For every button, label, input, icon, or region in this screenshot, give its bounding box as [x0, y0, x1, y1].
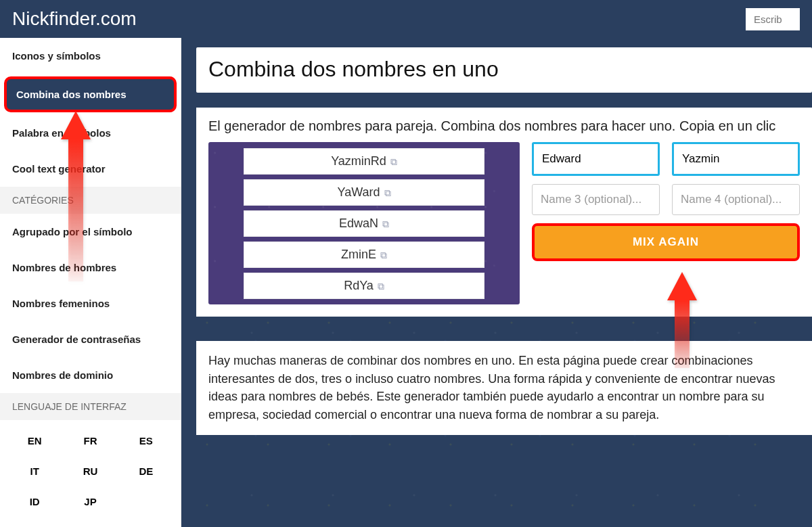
- result-row[interactable]: RdYa⧉: [244, 273, 484, 299]
- name3-input[interactable]: [532, 184, 660, 215]
- copy-icon: ⧉: [384, 187, 391, 199]
- lang-id[interactable]: ID: [7, 489, 62, 514]
- copy-icon: ⧉: [378, 281, 384, 292]
- lang-it[interactable]: IT: [7, 459, 62, 484]
- search-input[interactable]: [746, 8, 800, 30]
- lang-jp[interactable]: JP: [62, 489, 118, 514]
- annotation-arrow-icon: [61, 111, 91, 281]
- page-subtitle: El generador de nombres para pareja. Com…: [208, 118, 800, 134]
- site-logo[interactable]: Nickfinder.com: [12, 8, 137, 30]
- sidebar-item-combina[interactable]: Combina dos nombres: [4, 76, 177, 112]
- result-row[interactable]: YazminRd⧉: [244, 148, 484, 175]
- result-row[interactable]: EdwaN⧉: [244, 210, 484, 237]
- description-text: Hay muchas maneras de combinar dos nombr…: [208, 352, 800, 424]
- sidebar-item-iconos[interactable]: Iconos y símbolos: [0, 38, 181, 74]
- lang-ru[interactable]: RU: [62, 459, 118, 484]
- copy-icon: ⧉: [382, 219, 389, 230]
- sidebar-item-nombres-dominio[interactable]: Nombres de dominio: [0, 357, 181, 393]
- description-card: Hay muchas maneras de combinar dos nombr…: [196, 341, 812, 435]
- name1-input[interactable]: [532, 142, 660, 176]
- copy-icon: ⧉: [390, 156, 397, 168]
- lang-de[interactable]: DE: [118, 459, 174, 484]
- result-row[interactable]: ZminE⧉: [244, 242, 484, 268]
- sidebar-item-generador-contrasenas[interactable]: Generador de contraseñas: [0, 321, 181, 357]
- result-row[interactable]: YaWard⧉: [244, 179, 484, 206]
- lang-en[interactable]: EN: [7, 428, 62, 453]
- lang-grid: EN FR ES IT RU DE ID JP: [0, 420, 181, 514]
- mix-again-button[interactable]: MIX AGAIN: [532, 223, 800, 261]
- sidebar-item-nombres-femeninos[interactable]: Nombres femeninos: [0, 285, 181, 321]
- mix-card: El generador de nombres para pareja. Com…: [196, 108, 812, 317]
- annotation-arrow-icon: [667, 272, 697, 368]
- lang-fr[interactable]: FR: [62, 428, 118, 453]
- results-box: YazminRd⧉ YaWard⧉ EdwaN⧉ ZminE⧉ RdYa⧉: [208, 142, 520, 304]
- sidebar-lang-header: LENGUAJE DE INTERFAZ: [0, 393, 181, 420]
- lang-es[interactable]: ES: [118, 428, 174, 453]
- main-content: Combina dos nombres en uno El generador …: [181, 38, 812, 527]
- name2-input[interactable]: [672, 142, 800, 176]
- name4-input[interactable]: [672, 184, 800, 215]
- page-title: Combina dos nombres en uno: [196, 47, 812, 93]
- header: Nickfinder.com: [0, 0, 812, 38]
- lang-empty: [118, 489, 174, 514]
- sidebar: Iconos y símbolos Combina dos nombres Pa…: [0, 38, 181, 527]
- copy-icon: ⧉: [380, 250, 387, 261]
